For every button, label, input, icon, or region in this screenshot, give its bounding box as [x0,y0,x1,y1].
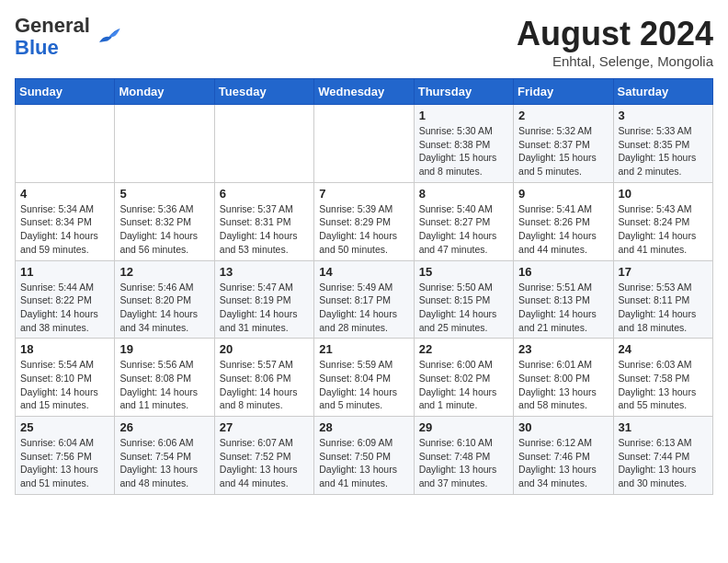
calendar-cell [314,105,414,183]
day-info: Sunrise: 6:07 AM Sunset: 7:52 PM Dayligh… [220,436,309,490]
calendar-cell: 9Sunrise: 5:41 AM Sunset: 8:26 PM Daylig… [514,182,613,260]
title-area: August 2024 Enhtal, Selenge, Mongolia [517,15,713,69]
day-info: Sunrise: 5:56 AM Sunset: 8:08 PM Dayligh… [119,358,209,412]
day-number: 23 [518,342,608,356]
day-number: 6 [220,187,309,201]
day-number: 10 [619,187,708,201]
day-info: Sunrise: 5:44 AM Sunset: 8:22 PM Dayligh… [20,281,109,335]
calendar-cell [115,105,214,183]
calendar-cell: 24Sunrise: 6:03 AM Sunset: 7:58 PM Dayli… [613,339,712,417]
calendar-cell: 25Sunrise: 6:04 AM Sunset: 7:56 PM Dayli… [16,417,115,495]
day-info: Sunrise: 5:53 AM Sunset: 8:11 PM Dayligh… [619,281,708,335]
calendar-cell: 10Sunrise: 5:43 AM Sunset: 8:24 PM Dayli… [613,182,712,260]
day-number: 24 [619,342,708,356]
day-number: 14 [319,265,408,279]
day-number: 17 [619,265,708,279]
day-number: 28 [319,420,408,434]
calendar-cell: 14Sunrise: 5:49 AM Sunset: 8:17 PM Dayli… [314,260,414,339]
calendar-cell: 6Sunrise: 5:37 AM Sunset: 8:31 PM Daylig… [214,182,313,260]
calendar-table: SundayMondayTuesdayWednesdayThursdayFrid… [15,78,713,495]
day-info: Sunrise: 5:43 AM Sunset: 8:24 PM Dayligh… [619,202,708,257]
calendar-cell: 2Sunrise: 5:32 AM Sunset: 8:37 PM Daylig… [514,105,613,183]
calendar-cell: 15Sunrise: 5:50 AM Sunset: 8:15 PM Dayli… [414,260,513,339]
day-number: 16 [518,265,608,279]
day-info: Sunrise: 5:32 AM Sunset: 8:37 PM Dayligh… [518,124,608,178]
calendar-cell: 13Sunrise: 5:47 AM Sunset: 8:19 PM Dayli… [214,260,313,339]
day-info: Sunrise: 5:50 AM Sunset: 8:15 PM Dayligh… [419,281,508,335]
calendar-cell: 27Sunrise: 6:07 AM Sunset: 7:52 PM Dayli… [214,417,313,495]
calendar-cell: 5Sunrise: 5:36 AM Sunset: 8:32 PM Daylig… [115,182,214,260]
day-number: 21 [319,342,408,356]
day-info: Sunrise: 5:33 AM Sunset: 8:35 PM Dayligh… [619,124,708,178]
calendar-cell: 26Sunrise: 6:06 AM Sunset: 7:54 PM Dayli… [115,417,214,495]
day-info: Sunrise: 5:40 AM Sunset: 8:27 PM Dayligh… [419,202,508,257]
day-header-wednesday: Wednesday [314,79,414,105]
calendar-cell: 16Sunrise: 5:51 AM Sunset: 8:13 PM Dayli… [514,260,613,339]
calendar-week-row: 25Sunrise: 6:04 AM Sunset: 7:56 PM Dayli… [16,417,713,495]
day-info: Sunrise: 5:57 AM Sunset: 8:06 PM Dayligh… [220,358,309,412]
calendar-cell: 11Sunrise: 5:44 AM Sunset: 8:22 PM Dayli… [16,260,115,339]
day-number: 25 [20,420,109,434]
day-number: 22 [419,342,508,356]
day-number: 8 [419,187,508,201]
calendar-cell: 23Sunrise: 6:01 AM Sunset: 8:00 PM Dayli… [514,339,613,417]
month-year-title: August 2024 [517,15,713,53]
day-info: Sunrise: 6:04 AM Sunset: 7:56 PM Dayligh… [20,436,109,490]
calendar-cell: 1Sunrise: 5:30 AM Sunset: 8:38 PM Daylig… [414,105,513,183]
header: General Blue August 2024 Enhtal, Selenge… [15,15,713,69]
day-info: Sunrise: 5:34 AM Sunset: 8:34 PM Dayligh… [20,202,109,257]
calendar-cell: 21Sunrise: 5:59 AM Sunset: 8:04 PM Dayli… [314,339,414,417]
calendar-cell: 28Sunrise: 6:09 AM Sunset: 7:50 PM Dayli… [314,417,414,495]
day-number: 1 [419,109,508,122]
calendar-week-row: 18Sunrise: 5:54 AM Sunset: 8:10 PM Dayli… [16,339,713,417]
calendar-cell: 19Sunrise: 5:56 AM Sunset: 8:08 PM Dayli… [115,339,214,417]
day-info: Sunrise: 6:03 AM Sunset: 7:58 PM Dayligh… [619,358,708,412]
day-info: Sunrise: 5:49 AM Sunset: 8:17 PM Dayligh… [319,281,408,335]
day-info: Sunrise: 6:06 AM Sunset: 7:54 PM Dayligh… [119,436,209,490]
calendar-cell: 22Sunrise: 6:00 AM Sunset: 8:02 PM Dayli… [414,339,513,417]
day-info: Sunrise: 5:37 AM Sunset: 8:31 PM Dayligh… [220,202,309,257]
day-info: Sunrise: 6:01 AM Sunset: 8:00 PM Dayligh… [518,358,608,412]
calendar-cell: 8Sunrise: 5:40 AM Sunset: 8:27 PM Daylig… [414,182,513,260]
day-header-sunday: Sunday [16,79,115,105]
day-number: 31 [619,420,708,434]
logo-blue: Blue [15,36,59,59]
day-info: Sunrise: 6:12 AM Sunset: 7:46 PM Dayligh… [518,436,608,490]
day-info: Sunrise: 5:46 AM Sunset: 8:20 PM Dayligh… [119,281,209,335]
day-number: 26 [119,420,209,434]
calendar-cell [214,105,313,183]
calendar-cell: 7Sunrise: 5:39 AM Sunset: 8:29 PM Daylig… [314,182,414,260]
day-info: Sunrise: 5:41 AM Sunset: 8:26 PM Dayligh… [518,202,608,257]
calendar-cell: 29Sunrise: 6:10 AM Sunset: 7:48 PM Dayli… [414,417,513,495]
day-number: 9 [518,187,608,201]
day-number: 11 [20,265,109,279]
location-subtitle: Enhtal, Selenge, Mongolia [517,53,713,69]
calendar-cell [16,105,115,183]
day-header-thursday: Thursday [414,79,513,105]
calendar-cell: 3Sunrise: 5:33 AM Sunset: 8:35 PM Daylig… [613,105,712,183]
logo-general: General [15,14,90,37]
day-header-monday: Monday [115,79,214,105]
calendar-cell: 17Sunrise: 5:53 AM Sunset: 8:11 PM Dayli… [613,260,712,339]
day-info: Sunrise: 5:30 AM Sunset: 8:38 PM Dayligh… [419,124,508,178]
calendar-cell: 12Sunrise: 5:46 AM Sunset: 8:20 PM Dayli… [115,260,214,339]
day-number: 15 [419,265,508,279]
day-number: 5 [119,187,209,201]
day-number: 19 [119,342,209,356]
day-header-tuesday: Tuesday [214,79,313,105]
day-number: 27 [220,420,309,434]
day-number: 4 [20,187,109,201]
day-number: 29 [419,420,508,434]
calendar-week-row: 11Sunrise: 5:44 AM Sunset: 8:22 PM Dayli… [16,260,713,339]
day-number: 30 [518,420,608,434]
day-number: 13 [220,265,309,279]
calendar-header-row: SundayMondayTuesdayWednesdayThursdayFrid… [16,79,713,105]
calendar-cell: 18Sunrise: 5:54 AM Sunset: 8:10 PM Dayli… [16,339,115,417]
calendar-week-row: 4Sunrise: 5:34 AM Sunset: 8:34 PM Daylig… [16,182,713,260]
calendar-cell: 20Sunrise: 5:57 AM Sunset: 8:06 PM Dayli… [214,339,313,417]
calendar-cell: 4Sunrise: 5:34 AM Sunset: 8:34 PM Daylig… [16,182,115,260]
day-number: 2 [518,109,608,122]
day-info: Sunrise: 5:51 AM Sunset: 8:13 PM Dayligh… [518,281,608,335]
day-info: Sunrise: 5:54 AM Sunset: 8:10 PM Dayligh… [20,358,109,412]
day-info: Sunrise: 5:39 AM Sunset: 8:29 PM Dayligh… [319,202,408,257]
